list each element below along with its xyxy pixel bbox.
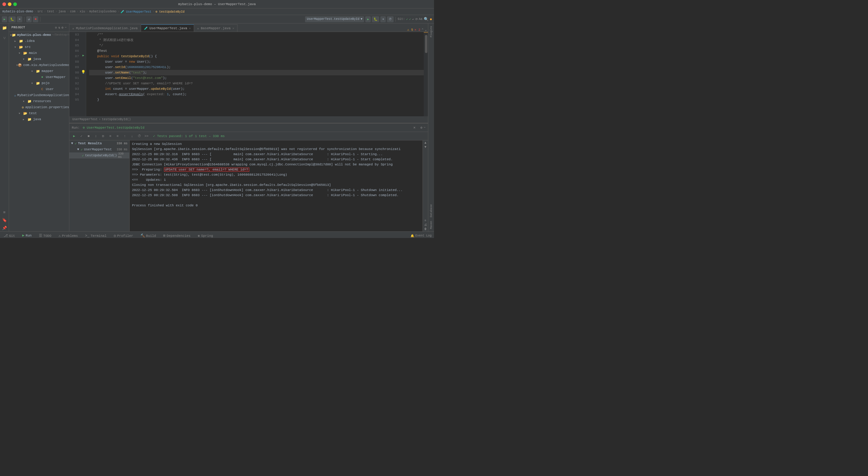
tab-close-basemapper[interactable]: ✕ [232,27,234,30]
run-panel-header: Run: ⚙ UserMapperTest.testUpdateById ✕ ⚙… [69,124,428,132]
code-content[interactable]: /** * 测试根据id进行修改 */ @Test public void te… [86,32,424,116]
pin-icon[interactable]: 📌 [1,225,8,231]
tree-item-user[interactable]: ▶ C User [9,86,69,92]
line-numbers: 83 84 85 86 87 88 89 90 91 92 93 94 95 [69,32,81,116]
run-stop-button[interactable]: ■ [86,133,92,139]
tab-basemapper[interactable]: ☕ BaseMapper.java ✕ [194,24,238,32]
console-output[interactable]: Creating a new SqlSession SqlSession [or… [130,140,423,231]
spring-tool[interactable]: ❀ Spring [196,233,214,238]
bottom-toolbar: ⎇ Git ▶ Run ☰ TODO ⚠ Problems >_ Termina… [0,231,434,238]
sidebar-close-icon[interactable]: − [64,26,67,30]
stop-button[interactable]: ■ [33,16,38,22]
run-expand-button[interactable]: ≡ [107,133,113,139]
run-up-button[interactable]: ↑ [122,133,128,139]
scroll-clear-button[interactable]: 🗑 [424,227,427,231]
dependencies-tool[interactable]: ⊞ Dependencies [162,233,192,238]
rerun-button[interactable]: ↺ [26,16,32,22]
run-down-button[interactable]: ↓ [129,133,135,139]
problems-tool[interactable]: ⚠ Problems [57,233,79,238]
sidebar-settings-icon[interactable]: ⚙ [61,26,64,30]
collapse-icon[interactable]: ⌄ [425,28,427,32]
expand-icon[interactable]: ⌃ [422,28,424,32]
run-button[interactable]: ▶ [2,16,7,22]
sidebar-title: Project [11,26,25,29]
tree-item-main[interactable]: ▼ 📂 main [9,50,69,56]
run-test-config[interactable]: ⚙ UserMapperTest.testUpdateById [83,126,144,130]
run-check-button[interactable]: ✓ [79,133,84,139]
editor-toolbar: ▶ 🐛 ☂ ↺ ■ UserMapperTest.testUpdateById▼… [0,15,434,24]
database-tab[interactable]: Database [430,203,433,218]
git-icon: ⎇ [4,233,8,238]
bookmarks-icon[interactable]: 🔖 [1,217,8,224]
git-tool[interactable]: ⎇ Git [2,233,16,238]
run-panel-close[interactable]: ✕ [413,125,415,130]
tree-root[interactable]: ▼ 📁 mybatis-plus-demo ~/Desktop/developm… [9,32,69,38]
debug-button[interactable]: 🐛 [8,16,16,22]
scroll-print-button[interactable]: 🖨 [424,223,427,227]
run-config-button[interactable]: ▶ [365,16,371,22]
tree-item-pojo-folder[interactable]: ▼ 📁 pojo [9,80,69,86]
titlebar: mybatis-plus-demo – UserMapperTest.java [0,0,434,8]
run-sort-button[interactable]: ↕ [93,133,99,139]
tree-item-src[interactable]: ▼ 📂 src [9,44,69,50]
close-button[interactable] [2,2,6,6]
editor-breadcrumb: UserMapperTest › testUpdateById() [69,116,428,123]
test-result-method[interactable]: ▶ ✓ testUpdateById() 330 ms [69,153,129,158]
tree-item-test[interactable]: ▼ 📂 test [9,110,69,116]
terminal-tool[interactable]: >_ Terminal [84,233,107,238]
scroll-filter-button[interactable]: ≡ [424,219,426,222]
event-log[interactable]: 🔔 Event Log [410,234,432,238]
scroll-up-button[interactable]: ▲ [424,141,427,145]
project-icon[interactable]: 📁 [1,25,8,31]
debug-config-button[interactable]: 🐛 [372,16,379,22]
minimize-button[interactable] [8,2,11,6]
tree-item-app[interactable]: ▶ ☕ MybatisPlusDemoApplication [9,92,69,98]
tab-application[interactable]: ☕ MybatisPlusDemoApplication.java [69,24,141,32]
profiler-tool[interactable]: ◎ Profiler [113,233,134,238]
run-settings-icon[interactable]: ⚙ [421,126,423,130]
code-line-86: @Test [89,48,424,54]
sidebar-scope-icon[interactable]: ⊙ [55,26,57,30]
code-line-95: } [89,97,424,102]
run-pin-icon[interactable]: − [424,126,426,130]
structure-icon[interactable]: ≡ [1,209,8,216]
run-clock-button[interactable]: ⏱ [136,133,142,139]
coverage-button[interactable]: ☂ [17,16,22,22]
run-tool[interactable]: ▶ Run [21,232,33,238]
tab-close-usermappertest[interactable]: ✕ [189,27,191,30]
tab-usermappertest[interactable]: 🧪 UserMapperTest.java ✕ [141,24,194,32]
profile-button[interactable]: ⏱ [387,16,394,22]
build-tool[interactable]: 🔨 Build [139,233,157,238]
maximize-button[interactable] [13,2,17,6]
errors-badge: ✕ 2 [414,28,421,32]
test-result-class[interactable]: ▼ ✓ UserMapperTest 330 ms [69,147,129,153]
tree-item-test-java[interactable]: ▶ 📁 java [9,116,69,122]
coverage-config-button[interactable]: ☂ [380,16,386,22]
tree-item-java[interactable]: ▼ 📁 java [9,56,69,62]
config-dropdown[interactable]: UserMapperTest.testUpdateById▼ [305,16,364,22]
plugins-panel-tab[interactable]: Plugins [430,25,433,38]
code-line-84: * 测试根据id进行修改 [89,37,424,43]
code-line-87: public void testUpdateById() { [89,54,424,59]
console-line-9: Closing non transactional SqlSession [or… [132,183,420,188]
tree-item-props[interactable]: ▶ ⚙ application.properties [9,104,69,110]
todo-tool[interactable]: ☰ TODO [38,233,53,238]
run-collapse-button[interactable]: ≡ [115,133,121,139]
commit-icon[interactable]: ⑂ [1,35,8,41]
tree-item-usermapper[interactable]: ▶ ● UserMapper [9,74,69,80]
sidebar-collapse-icon[interactable]: ⇅ [58,26,60,30]
tree-item-resources[interactable]: ▼ 📁 resources [9,98,69,104]
tree-item-idea[interactable]: ▶ 📁 .idea [9,38,69,44]
tree-item-package[interactable]: ▼ 📦 com.xiu.mybatisplusdemo [9,62,69,68]
console-line-5: JDBC Connection [HikariProxyConnection@1… [132,162,420,167]
scroll-down-button[interactable]: ▼ [424,145,427,149]
run-filter-button[interactable]: ⊟ [100,133,106,139]
test-result-root[interactable]: ▼ ✓ Test Results 330 ms [69,140,129,147]
run-rerun-button[interactable]: ▶ [71,133,77,139]
run-panel: Run: ⚙ UserMapperTest.testUpdateById ✕ ⚙… [69,123,428,231]
scrollbar[interactable] [424,32,428,116]
maven-tab[interactable]: Maven [430,220,433,230]
sidebar-header-icons: ⊙ ⇅ ⚙ − [55,26,67,30]
run-more-button[interactable]: >> [144,133,150,139]
tree-item-mapper-folder[interactable]: ▼ 📁 mapper [9,68,69,74]
